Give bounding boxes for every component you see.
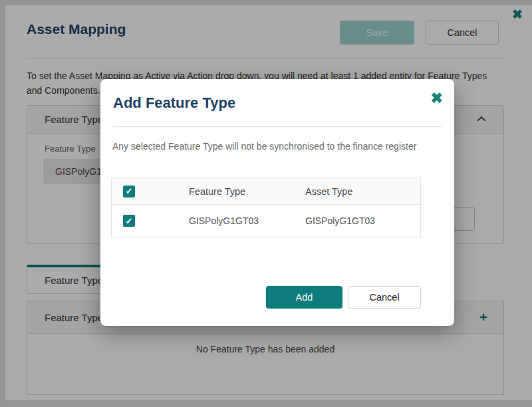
modal-cancel-button[interactable]: Cancel: [348, 286, 421, 309]
add-feature-type-modal: Add Feature Type ✖ Any selected Feature …: [100, 79, 454, 326]
check-icon: ✓: [126, 186, 133, 196]
feature-type-table: ✓ Feature Type Asset Type ✓ GISPolyG1GT0…: [111, 178, 421, 237]
modal-close-icon[interactable]: ✖: [431, 90, 443, 107]
modal-divider: [112, 126, 442, 127]
check-icon: ✓: [126, 216, 133, 226]
column-header-asset-type: Asset Type: [271, 186, 420, 197]
table-row[interactable]: ✓ GISPolyG1GT03 GISPolyG1GT03: [112, 205, 420, 237]
select-all-checkbox[interactable]: ✓: [123, 186, 135, 198]
header-checkbox-cell: ✓: [112, 186, 154, 198]
modal-description: Any selected Feature Type will not be sy…: [112, 141, 442, 152]
add-button[interactable]: Add: [266, 286, 342, 309]
table-header-row: ✓ Feature Type Asset Type: [112, 178, 420, 205]
modal-title: Add Feature Type: [113, 94, 235, 112]
column-header-feature-type: Feature Type: [154, 186, 271, 197]
row-asset-type: GISPolyG1GT03: [271, 215, 420, 226]
row-feature-type: GISPolyG1GT03: [154, 215, 271, 226]
row-checkbox-cell: ✓: [112, 215, 154, 227]
row-checkbox[interactable]: ✓: [123, 215, 135, 227]
